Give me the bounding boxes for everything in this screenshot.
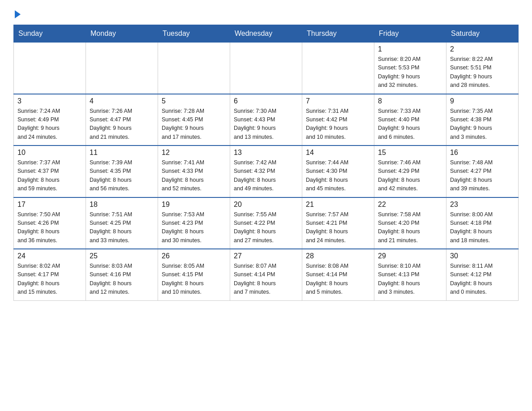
day-info: Sunrise: 8:10 AM Sunset: 4:13 PM Dayligh… [378,262,442,297]
day-info: Sunrise: 8:08 AM Sunset: 4:14 PM Dayligh… [306,262,370,297]
calendar-cell [230,43,302,94]
calendar-cell: 21Sunrise: 7:57 AM Sunset: 4:21 PM Dayli… [302,197,374,249]
day-number: 5 [162,97,226,105]
day-number: 18 [90,201,154,209]
weekday-header-sunday: Sunday [14,25,86,43]
weekday-header-friday: Friday [374,25,446,43]
day-number: 13 [234,149,298,157]
day-info: Sunrise: 7:42 AM Sunset: 4:32 PM Dayligh… [234,158,298,193]
day-number: 27 [234,252,298,260]
calendar-cell: 30Sunrise: 8:11 AM Sunset: 4:12 PM Dayli… [446,249,519,300]
logo [13,9,21,18]
day-number: 24 [17,252,82,260]
day-number: 14 [306,149,370,157]
calendar-cell: 26Sunrise: 8:05 AM Sunset: 4:15 PM Dayli… [158,249,230,300]
day-number: 11 [90,149,154,157]
calendar-cell [14,43,86,94]
day-info: Sunrise: 7:50 AM Sunset: 4:26 PM Dayligh… [17,210,82,245]
calendar-cell: 29Sunrise: 8:10 AM Sunset: 4:13 PM Dayli… [374,249,446,300]
day-number: 15 [378,149,442,157]
calendar-cell: 27Sunrise: 8:07 AM Sunset: 4:14 PM Dayli… [230,249,302,300]
day-number: 29 [378,252,442,260]
day-info: Sunrise: 7:33 AM Sunset: 4:40 PM Dayligh… [378,107,442,142]
day-number: 21 [306,201,370,209]
day-info: Sunrise: 8:00 AM Sunset: 4:18 PM Dayligh… [450,210,515,245]
calendar-cell: 9Sunrise: 7:35 AM Sunset: 4:38 PM Daylig… [446,94,519,146]
day-number: 8 [378,97,442,105]
day-info: Sunrise: 8:05 AM Sunset: 4:15 PM Dayligh… [162,262,226,297]
day-info: Sunrise: 8:11 AM Sunset: 4:12 PM Dayligh… [450,262,515,297]
day-info: Sunrise: 7:37 AM Sunset: 4:37 PM Dayligh… [17,158,82,193]
day-info: Sunrise: 7:53 AM Sunset: 4:23 PM Dayligh… [162,210,226,245]
calendar-cell: 14Sunrise: 7:44 AM Sunset: 4:30 PM Dayli… [302,146,374,197]
calendar-cell: 6Sunrise: 7:30 AM Sunset: 4:43 PM Daylig… [230,94,302,146]
day-number: 1 [378,45,442,53]
calendar-cell: 28Sunrise: 8:08 AM Sunset: 4:14 PM Dayli… [302,249,374,300]
day-number: 16 [450,149,515,157]
day-info: Sunrise: 7:46 AM Sunset: 4:29 PM Dayligh… [378,158,442,193]
calendar-cell: 2Sunrise: 8:22 AM Sunset: 5:51 PM Daylig… [446,43,519,94]
day-info: Sunrise: 7:57 AM Sunset: 4:21 PM Dayligh… [306,210,370,245]
weekday-header-monday: Monday [86,25,158,43]
weekday-header-saturday: Saturday [446,25,519,43]
calendar-cell: 19Sunrise: 7:53 AM Sunset: 4:23 PM Dayli… [158,197,230,249]
day-number: 26 [162,252,226,260]
day-number: 3 [17,97,82,105]
calendar-cell [158,43,230,94]
day-info: Sunrise: 8:22 AM Sunset: 5:51 PM Dayligh… [450,55,515,90]
day-info: Sunrise: 7:30 AM Sunset: 4:43 PM Dayligh… [234,107,298,142]
calendar-cell: 24Sunrise: 8:02 AM Sunset: 4:17 PM Dayli… [14,249,86,300]
calendar-cell: 8Sunrise: 7:33 AM Sunset: 4:40 PM Daylig… [374,94,446,146]
day-info: Sunrise: 7:44 AM Sunset: 4:30 PM Dayligh… [306,158,370,193]
calendar-cell: 1Sunrise: 8:20 AM Sunset: 5:53 PM Daylig… [374,43,446,94]
calendar-cell: 23Sunrise: 8:00 AM Sunset: 4:18 PM Dayli… [446,197,519,249]
logo-arrow-icon [15,10,21,18]
day-info: Sunrise: 7:28 AM Sunset: 4:45 PM Dayligh… [162,107,226,142]
day-number: 20 [234,201,298,209]
calendar-week-row: 24Sunrise: 8:02 AM Sunset: 4:17 PM Dayli… [14,249,519,300]
calendar-cell: 18Sunrise: 7:51 AM Sunset: 4:25 PM Dayli… [86,197,158,249]
day-number: 9 [450,97,515,105]
day-info: Sunrise: 7:26 AM Sunset: 4:47 PM Dayligh… [90,107,154,142]
day-info: Sunrise: 8:20 AM Sunset: 5:53 PM Dayligh… [378,55,442,90]
calendar-cell: 13Sunrise: 7:42 AM Sunset: 4:32 PM Dayli… [230,146,302,197]
weekday-header-wednesday: Wednesday [230,25,302,43]
day-info: Sunrise: 7:31 AM Sunset: 4:42 PM Dayligh… [306,107,370,142]
day-info: Sunrise: 7:51 AM Sunset: 4:25 PM Dayligh… [90,210,154,245]
day-info: Sunrise: 8:02 AM Sunset: 4:17 PM Dayligh… [17,262,82,297]
day-number: 17 [17,201,82,209]
day-info: Sunrise: 7:48 AM Sunset: 4:27 PM Dayligh… [450,158,515,193]
calendar-cell: 7Sunrise: 7:31 AM Sunset: 4:42 PM Daylig… [302,94,374,146]
day-number: 25 [90,252,154,260]
day-number: 4 [90,97,154,105]
calendar-cell [86,43,158,94]
calendar-cell: 20Sunrise: 7:55 AM Sunset: 4:22 PM Dayli… [230,197,302,249]
day-info: Sunrise: 7:24 AM Sunset: 4:49 PM Dayligh… [17,107,82,142]
calendar-cell: 22Sunrise: 7:58 AM Sunset: 4:20 PM Dayli… [374,197,446,249]
calendar-cell: 12Sunrise: 7:41 AM Sunset: 4:33 PM Dayli… [158,146,230,197]
day-info: Sunrise: 7:55 AM Sunset: 4:22 PM Dayligh… [234,210,298,245]
day-number: 28 [306,252,370,260]
calendar-week-row: 1Sunrise: 8:20 AM Sunset: 5:53 PM Daylig… [14,43,519,94]
weekday-header-thursday: Thursday [302,25,374,43]
day-info: Sunrise: 7:39 AM Sunset: 4:35 PM Dayligh… [90,158,154,193]
calendar-week-row: 3Sunrise: 7:24 AM Sunset: 4:49 PM Daylig… [14,94,519,146]
day-number: 12 [162,149,226,157]
calendar-cell: 3Sunrise: 7:24 AM Sunset: 4:49 PM Daylig… [14,94,86,146]
day-info: Sunrise: 8:07 AM Sunset: 4:14 PM Dayligh… [234,262,298,297]
day-info: Sunrise: 7:41 AM Sunset: 4:33 PM Dayligh… [162,158,226,193]
day-number: 10 [17,149,82,157]
page-header [13,9,519,18]
calendar-cell: 17Sunrise: 7:50 AM Sunset: 4:26 PM Dayli… [14,197,86,249]
calendar-cell: 15Sunrise: 7:46 AM Sunset: 4:29 PM Dayli… [374,146,446,197]
calendar-cell: 4Sunrise: 7:26 AM Sunset: 4:47 PM Daylig… [86,94,158,146]
weekday-header-tuesday: Tuesday [158,25,230,43]
calendar-table: SundayMondayTuesdayWednesdayThursdayFrid… [13,25,519,301]
day-number: 2 [450,45,515,53]
calendar-cell [302,43,374,94]
calendar-cell: 25Sunrise: 8:03 AM Sunset: 4:16 PM Dayli… [86,249,158,300]
day-number: 6 [234,97,298,105]
calendar-cell: 11Sunrise: 7:39 AM Sunset: 4:35 PM Dayli… [86,146,158,197]
calendar-cell: 5Sunrise: 7:28 AM Sunset: 4:45 PM Daylig… [158,94,230,146]
calendar-week-row: 17Sunrise: 7:50 AM Sunset: 4:26 PM Dayli… [14,197,519,249]
